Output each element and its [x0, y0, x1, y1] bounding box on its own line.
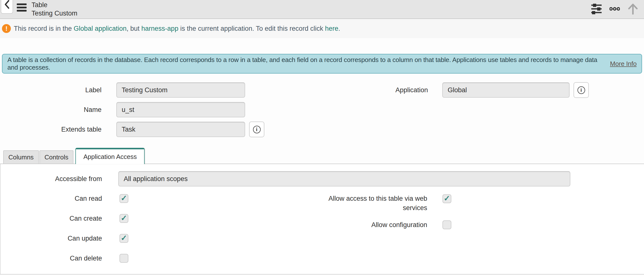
name-field-label: Name: [0, 106, 102, 114]
allow-configuration-row: Allow configuration ✓: [322, 220, 644, 230]
can-read-label: Can read: [0, 194, 102, 203]
can-read-row: Can read ✓: [0, 194, 322, 203]
can-create-checkbox[interactable]: ✓: [120, 214, 128, 223]
accessible-from-field[interactable]: All application scopes: [118, 171, 570, 186]
personalize-form-button[interactable]: [591, 3, 602, 15]
ellipsis-icon: [610, 7, 620, 12]
web-services-label: Allow access to this table via web servi…: [322, 194, 427, 213]
more-info-link[interactable]: More Info: [610, 60, 636, 68]
more-options-button[interactable]: [610, 7, 620, 12]
extends-table-field[interactable]: Task: [116, 122, 245, 137]
header-actions: [591, 0, 638, 18]
application-field-label: Application: [322, 86, 428, 94]
form-right-column: Application Global i: [322, 82, 644, 141]
warning-text: , but: [127, 25, 142, 32]
chevron-left-icon: [4, 0, 10, 13]
access-right-column: Allow access to this table via web servi…: [322, 194, 644, 240]
accessible-from-row: Accessible from All application scopes: [0, 171, 644, 186]
scroll-to-top-button[interactable]: [628, 3, 638, 15]
back-button[interactable]: [1, 0, 13, 14]
info-banner-text: A table is a collection of records in th…: [8, 56, 608, 71]
header-titles: Table Testing Custom: [32, 1, 77, 17]
checkmark-icon: ✓: [121, 194, 127, 202]
warning-text: This record is in the: [14, 25, 74, 32]
warning-text: is the current application. To edit this…: [178, 25, 325, 32]
cross-scope-warning-banner: ! This record is in the Global applicati…: [0, 19, 644, 38]
edit-record-here-link[interactable]: here: [325, 25, 338, 32]
table-record-page: Table Testing Custom: [0, 0, 644, 276]
harness-app-link[interactable]: harness-app: [142, 25, 178, 32]
tab-columns[interactable]: Columns: [3, 150, 39, 164]
allow-configuration-label: Allow configuration: [322, 220, 427, 230]
access-checkbox-columns: Can read ✓ Can create ✓ Can update ✓: [0, 194, 644, 274]
allow-configuration-checkbox[interactable]: ✓: [442, 220, 451, 229]
application-access-panel: Accessible from All application scopes C…: [0, 164, 644, 275]
tab-controls[interactable]: Controls: [40, 150, 74, 164]
application-field-row: Application Global i: [322, 82, 644, 98]
form-fields: Label Testing Custom Name u_st Extends t…: [0, 82, 644, 141]
warning-message: This record is in the Global application…: [14, 25, 340, 32]
application-info-button[interactable]: i: [574, 82, 589, 98]
sliders-icon: [591, 3, 602, 15]
form-context-menu-button[interactable]: [17, 3, 26, 11]
page-title: Table: [32, 1, 77, 9]
table-info-banner: A table is a collection of records in th…: [2, 54, 642, 74]
form-left-column: Label Testing Custom Name u_st Extends t…: [0, 82, 322, 141]
can-create-label: Can create: [0, 214, 102, 223]
extends-table-field-row: Extends table Task i: [0, 122, 322, 137]
form-tabs: Columns Controls Application Access: [0, 148, 644, 164]
accessible-from-label: Accessible from: [0, 175, 102, 183]
warning-icon: !: [2, 24, 11, 33]
extends-table-info-button[interactable]: i: [249, 122, 264, 137]
can-update-label: Can update: [0, 234, 102, 243]
name-field[interactable]: u_st: [116, 102, 245, 117]
extends-table-field-label: Extends table: [0, 126, 102, 133]
warning-text: .: [338, 25, 340, 32]
access-left-column: Can read ✓ Can create ✓ Can update ✓: [0, 194, 322, 274]
hamburger-menu-icon: [17, 3, 26, 11]
can-delete-row: Can delete ✓: [0, 254, 322, 263]
checkmark-icon: ✓: [121, 214, 127, 222]
web-services-row: Allow access to this table via web servi…: [322, 194, 644, 213]
name-field-row: Name u_st: [0, 102, 322, 117]
arrow-up-icon: [628, 3, 638, 15]
info-icon: i: [253, 126, 261, 133]
form-header: Table Testing Custom: [0, 0, 644, 19]
can-update-checkbox[interactable]: ✓: [120, 234, 128, 243]
checkmark-icon: ✓: [444, 195, 450, 202]
can-update-row: Can update ✓: [0, 234, 322, 243]
global-application-link[interactable]: Global application: [74, 25, 127, 32]
label-field-label: Label: [0, 86, 102, 94]
tab-application-access[interactable]: Application Access: [76, 148, 144, 164]
application-field[interactable]: Global: [442, 82, 570, 98]
record-subtitle: Testing Custom: [32, 9, 77, 17]
checkmark-icon: ✓: [121, 234, 127, 242]
can-read-checkbox[interactable]: ✓: [120, 194, 128, 203]
web-services-checkbox[interactable]: ✓: [442, 194, 451, 203]
label-field[interactable]: Testing Custom: [116, 82, 245, 98]
can-delete-label: Can delete: [0, 254, 102, 263]
info-icon: i: [578, 86, 585, 94]
can-delete-checkbox[interactable]: ✓: [120, 254, 128, 263]
can-create-row: Can create ✓: [0, 214, 322, 223]
label-field-row: Label Testing Custom: [0, 82, 322, 98]
